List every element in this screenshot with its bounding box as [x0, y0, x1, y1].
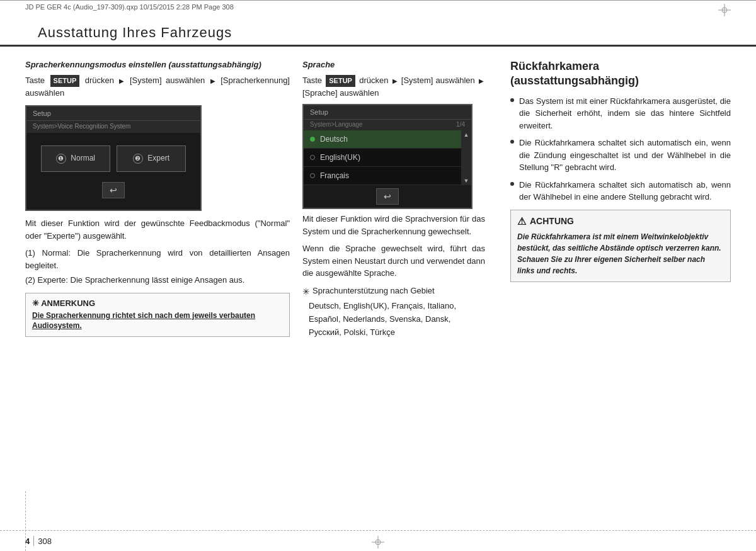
- bullet-list: Das System ist mit einer Rückfahrkamera …: [510, 95, 731, 203]
- ui-back-row: ↩: [33, 178, 194, 203]
- ui-lang-subheader: System>Language 1/4: [304, 120, 471, 130]
- bullet-item-3: Die Rückfahrkamera schaltet sich automat…: [510, 179, 731, 203]
- main-content: Spracherkennungsmodus einstellen (aussta…: [0, 59, 756, 339]
- ui-option-normal: ❶ Normal: [41, 145, 110, 172]
- ui-option-expert: ❷ Expert: [117, 145, 186, 172]
- note-heading: ✳ ANMERKUNG: [32, 298, 283, 308]
- numbered-list: (1) Normal: Die Spracherkennung wird von…: [25, 247, 290, 287]
- page-num-box: 4 308: [25, 536, 52, 546]
- lang-support: ✳ Sprachunterstützung nach Gebiet Deutsc…: [302, 285, 485, 339]
- left-heading: Spracherkennungsmodus einstellen (aussta…: [25, 59, 290, 71]
- lang-dot-3: [310, 173, 315, 178]
- note-text: Die Spracherkennung richtet sich nach de…: [32, 310, 283, 332]
- warning-heading: ⚠ ACHTUNG: [517, 215, 724, 227]
- bullet-dot-3: [510, 182, 514, 186]
- warning-heading-text: ACHTUNG: [530, 216, 574, 226]
- section-title: Ausstattung Ihres Fahrzeugs: [38, 25, 718, 41]
- lang-dot-1: [310, 137, 315, 142]
- lang-scroll-col: ▲ ▼: [461, 130, 471, 185]
- ui-back-btn[interactable]: ↩: [102, 182, 125, 198]
- warning-icon: ⚠: [517, 215, 526, 227]
- col-right: Rückfahrkamera (ausstattungsabhängig) Da…: [498, 59, 731, 339]
- lang-items-col: Deutsch English(UK) Français: [304, 130, 461, 185]
- ui-options-row: ❶ Normal ❷ Expert: [33, 145, 194, 172]
- lang-back-row: ↩: [304, 185, 471, 208]
- lang-back-btn[interactable]: ↩: [376, 188, 399, 205]
- middle-body2: Wenn die Sprache gewechselt wird, führt …: [302, 242, 485, 280]
- ui-opt2-label: Expert: [147, 154, 169, 162]
- ui-body: ❶ Normal ❷ Expert ↩: [26, 133, 200, 210]
- page-divider: [33, 536, 34, 546]
- setup-badge-left: SETUP: [50, 75, 80, 87]
- left-dashed-line: [25, 491, 26, 551]
- middle-intro-text: Taste SETUP drücken ▶ [System] auswählen…: [302, 74, 485, 99]
- warning-box: ⚠ ACHTUNG Die Rückfahrkamera ist mit ein…: [510, 210, 731, 282]
- left-intro-text: Taste SETUP drücken ▶ [System] auswählen…: [25, 74, 290, 99]
- crosshair-bottom-center: [372, 536, 384, 548]
- num-item-1: (1) Normal: Die Spracherkennung wird von…: [25, 247, 290, 271]
- setup-badge-mid: SETUP: [326, 75, 355, 87]
- middle-heading: Sprache: [302, 59, 485, 71]
- scroll-down[interactable]: ▼: [464, 178, 469, 184]
- ui-subtitle: System>Voice Recognition System: [26, 121, 200, 133]
- circle-num-1: ❶: [56, 154, 66, 164]
- bullet-dot-2: [510, 140, 514, 144]
- ui-title: Setup: [26, 106, 200, 121]
- lang-item-english: English(UK): [304, 149, 461, 167]
- bullet-item-2: Die Rückfahrkamera schaltet sich automat…: [510, 137, 731, 174]
- bullet-dot-1: [510, 98, 514, 102]
- lang-support-heading: ✳ Sprachunterstützung nach Gebiet: [302, 285, 485, 298]
- page-num-left: 4: [25, 537, 30, 546]
- right-heading: Rückfahrkamera (ausstattungsabhängig): [510, 59, 731, 89]
- col-left: Spracherkennungsmodus einstellen (aussta…: [25, 59, 290, 339]
- lang-item-francais: Français: [304, 167, 461, 185]
- lang-support-list: Deutsch, English(UK), Français, Italiano…: [302, 300, 485, 339]
- section-title-bar: Ausstattung Ihres Fahrzeugs: [0, 13, 756, 47]
- header-text: JD PE GER 4c (Audio_197-309).qxp 10/15/2…: [25, 3, 234, 11]
- page-header: JD PE GER 4c (Audio_197-309).qxp 10/15/2…: [0, 0, 756, 13]
- ui-lang-header: Setup: [304, 105, 471, 120]
- warning-text: Die Rückfahrkamera ist mit einem Weitwin…: [517, 231, 724, 276]
- lang-item-deutsch: Deutsch: [304, 130, 461, 149]
- note-box: ✳ ANMERKUNG Die Spracherkennung richtet …: [25, 293, 290, 338]
- ui-opt1-label: Normal: [71, 154, 95, 162]
- circle-num-2: ❷: [133, 154, 143, 164]
- lang-support-heading-text: Sprachunterstützung nach Gebiet: [312, 285, 435, 298]
- ui-screenshot-lang: Setup System>Language 1/4 Deutsch Englis…: [302, 104, 472, 209]
- col-middle: Sprache Taste SETUP drücken ▶ [System] a…: [302, 59, 485, 339]
- crosshair-top-right: [718, 4, 731, 16]
- lang-dot-2: [310, 155, 315, 160]
- ui-screenshot-voice: Setup System>Voice Recognition System ❶ …: [25, 105, 202, 211]
- num-item-2: (2) Experte: Die Spracherkennung lässt e…: [25, 274, 290, 287]
- lang-list-row: Deutsch English(UK) Français ▲ ▼: [304, 130, 471, 185]
- middle-body1: Mit dieser Funktion wird die Sprachversi…: [302, 213, 485, 237]
- scroll-up[interactable]: ▲: [464, 132, 469, 138]
- left-body1: Mit dieser Funktion wird der gewünschte …: [25, 217, 290, 242]
- page-num-right: 308: [38, 537, 52, 546]
- bullet-item-1: Das System ist mit einer Rückfahrkamera …: [510, 95, 731, 132]
